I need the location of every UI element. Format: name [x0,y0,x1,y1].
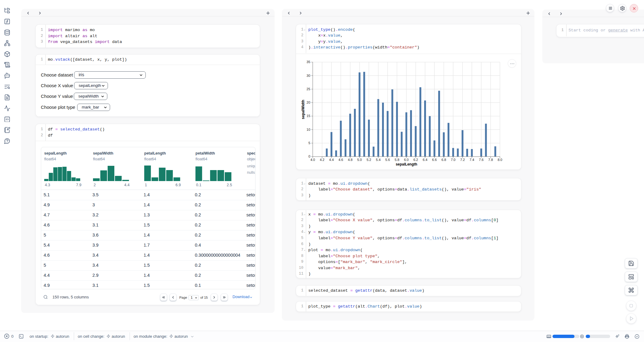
svg-text:7.4: 7.4 [470,158,474,162]
svg-text:4.0: 4.0 [310,158,315,162]
svg-text:7.8: 7.8 [488,158,493,162]
svg-text:6.8: 6.8 [442,158,446,162]
svg-text:4.2: 4.2 [320,158,324,162]
svg-text:6.0: 6.0 [404,158,409,162]
svg-text:6.6: 6.6 [432,158,437,162]
svg-text:4.6: 4.6 [338,158,343,162]
svg-text:7.2: 7.2 [460,158,465,162]
svg-text:8.0: 8.0 [498,158,502,162]
svg-text:5.4: 5.4 [376,158,381,162]
svg-text:sepalLength: sepalLength [396,162,417,166]
svg-text:4.4: 4.4 [329,158,334,162]
svg-text:35: 35 [306,60,310,64]
svg-text:4.8: 4.8 [348,158,352,162]
svg-text:7.0: 7.0 [451,158,455,162]
svg-text:5.8: 5.8 [395,158,399,162]
svg-text:sepalWidth: sepalWidth [301,100,305,119]
svg-text:25: 25 [306,87,310,91]
svg-text:5: 5 [308,141,310,145]
svg-text:6.2: 6.2 [413,158,418,162]
svg-text:0: 0 [308,155,310,158]
svg-text:30: 30 [306,73,310,77]
svg-text:20: 20 [306,101,310,104]
svg-text:7.6: 7.6 [479,158,484,162]
svg-text:5.6: 5.6 [385,158,390,162]
svg-text:5.0: 5.0 [357,158,362,162]
svg-text:5.2: 5.2 [367,158,371,162]
svg-text:6.4: 6.4 [423,158,427,162]
svg-text:10: 10 [306,127,310,131]
svg-text:15: 15 [306,114,310,118]
